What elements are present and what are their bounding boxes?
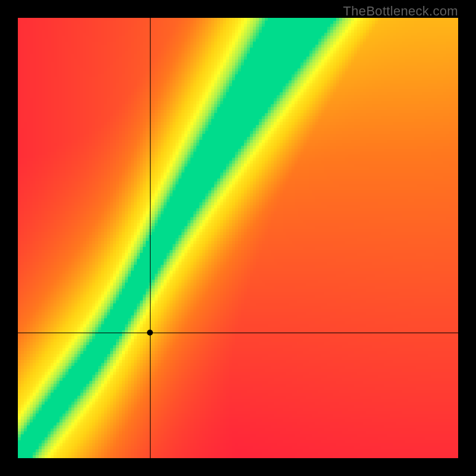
data-point-marker <box>147 330 153 336</box>
heatmap-plot <box>18 18 458 458</box>
watermark-text: TheBottleneck.com <box>343 4 458 19</box>
crosshair-horizontal <box>18 333 458 333</box>
heatmap-canvas <box>18 18 458 458</box>
crosshair-vertical <box>150 18 151 458</box>
